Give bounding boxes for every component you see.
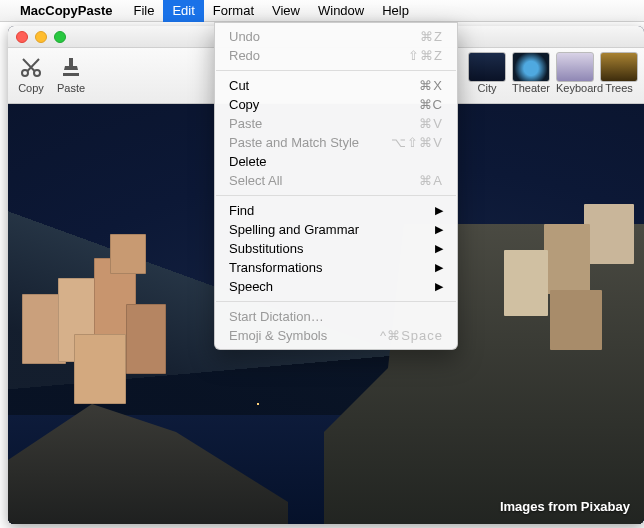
thumbnail-keyboard-image — [556, 52, 594, 82]
menu-transformations-label: Transformations — [229, 260, 435, 275]
system-menubar: MacCopyPaste File Edit Format View Windo… — [0, 0, 644, 22]
image-credit: Images from Pixabay — [500, 499, 630, 514]
chevron-right-icon: ▶ — [435, 242, 443, 255]
menu-emoji-symbols-shortcut: ^⌘Space — [380, 328, 443, 343]
menu-emoji-symbols[interactable]: Emoji & Symbols ^⌘Space — [215, 326, 457, 345]
window-close-button[interactable] — [16, 31, 28, 43]
menu-paste-label: Paste — [229, 116, 419, 131]
menubar-window[interactable]: Window — [309, 0, 373, 22]
village-left — [14, 234, 244, 444]
menu-spelling-grammar[interactable]: Spelling and Grammar ▶ — [215, 220, 457, 239]
thumbnail-city-label: City — [478, 82, 497, 94]
menu-paste-shortcut: ⌘V — [419, 116, 443, 131]
chevron-right-icon: ▶ — [435, 280, 443, 293]
menu-find[interactable]: Find ▶ — [215, 201, 457, 220]
menu-start-dictation[interactable]: Start Dictation… — [215, 307, 457, 326]
svg-point-0 — [22, 70, 28, 76]
menu-emoji-symbols-label: Emoji & Symbols — [229, 328, 380, 343]
chevron-right-icon: ▶ — [435, 204, 443, 217]
thumbnail-city[interactable]: City — [468, 52, 506, 94]
menu-delete[interactable]: Delete — [215, 152, 457, 171]
menu-separator — [216, 70, 456, 71]
thumbnail-strip: City Theater Keyboard Trees — [468, 52, 638, 94]
menubar-file[interactable]: File — [124, 0, 163, 22]
toolbar-paste-label: Paste — [57, 82, 85, 94]
menu-substitutions[interactable]: Substitutions ▶ — [215, 239, 457, 258]
scissors-icon — [14, 52, 48, 82]
menu-select-all[interactable]: Select All ⌘A — [215, 171, 457, 190]
chevron-right-icon: ▶ — [435, 223, 443, 236]
menubar-format[interactable]: Format — [204, 0, 263, 22]
thumbnail-theater[interactable]: Theater — [512, 52, 550, 94]
svg-point-1 — [34, 70, 40, 76]
thumbnail-keyboard-label: Keyboard — [556, 82, 603, 94]
menu-cut-label: Cut — [229, 78, 419, 93]
window-zoom-button[interactable] — [54, 31, 66, 43]
menu-select-all-label: Select All — [229, 173, 419, 188]
toolbar-copy-button[interactable]: Copy — [14, 52, 48, 94]
menu-redo[interactable]: Redo ⇧⌘Z — [215, 46, 457, 65]
menubar-view[interactable]: View — [263, 0, 309, 22]
edit-menu-dropdown: Undo ⌘Z Redo ⇧⌘Z Cut ⌘X Copy ⌘C Paste ⌘V… — [214, 22, 458, 350]
menu-transformations[interactable]: Transformations ▶ — [215, 258, 457, 277]
menu-paste-match-label: Paste and Match Style — [229, 135, 391, 150]
thumbnail-trees-image — [600, 52, 638, 82]
menu-find-label: Find — [229, 203, 435, 218]
thumbnail-trees[interactable]: Trees — [600, 52, 638, 94]
menu-speech-label: Speech — [229, 279, 435, 294]
menu-cut[interactable]: Cut ⌘X — [215, 76, 457, 95]
menu-paste-match[interactable]: Paste and Match Style ⌥⇧⌘V — [215, 133, 457, 152]
thumbnail-theater-label: Theater — [512, 82, 550, 94]
menu-paste-match-shortcut: ⌥⇧⌘V — [391, 135, 443, 150]
chevron-right-icon: ▶ — [435, 261, 443, 274]
stamp-icon — [54, 52, 88, 82]
menu-undo[interactable]: Undo ⌘Z — [215, 27, 457, 46]
toolbar-paste-button[interactable]: Paste — [54, 52, 88, 94]
toolbar-copy-label: Copy — [18, 82, 44, 94]
menu-separator — [216, 301, 456, 302]
menu-cut-shortcut: ⌘X — [419, 78, 443, 93]
menu-speech[interactable]: Speech ▶ — [215, 277, 457, 296]
menu-delete-label: Delete — [229, 154, 443, 169]
thumbnail-city-image — [468, 52, 506, 82]
thumbnail-theater-image — [512, 52, 550, 82]
menu-separator — [216, 195, 456, 196]
app-name[interactable]: MacCopyPaste — [20, 3, 112, 18]
menu-spelling-grammar-label: Spelling and Grammar — [229, 222, 435, 237]
thumbnail-trees-label: Trees — [605, 82, 633, 94]
menu-copy[interactable]: Copy ⌘C — [215, 95, 457, 114]
menu-paste[interactable]: Paste ⌘V — [215, 114, 457, 133]
menu-substitutions-label: Substitutions — [229, 241, 435, 256]
menubar-help[interactable]: Help — [373, 0, 418, 22]
menu-select-all-shortcut: ⌘A — [419, 173, 443, 188]
menubar-edit[interactable]: Edit — [163, 0, 203, 22]
menu-start-dictation-label: Start Dictation… — [229, 309, 443, 324]
thumbnail-keyboard[interactable]: Keyboard — [556, 52, 594, 94]
menu-copy-shortcut: ⌘C — [419, 97, 443, 112]
menu-undo-shortcut: ⌘Z — [420, 29, 443, 44]
menu-undo-label: Undo — [229, 29, 420, 44]
menu-redo-label: Redo — [229, 48, 408, 63]
menu-redo-shortcut: ⇧⌘Z — [408, 48, 443, 63]
window-minimize-button[interactable] — [35, 31, 47, 43]
menu-copy-label: Copy — [229, 97, 419, 112]
